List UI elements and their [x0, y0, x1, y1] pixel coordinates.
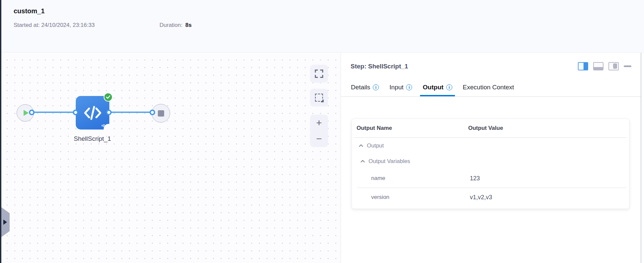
info-icon[interactable]: i: [446, 84, 452, 90]
started-at-text: Started at: 24/10/2024, 23:16:33: [14, 22, 95, 29]
step-title: Step: ShellScript_1: [351, 63, 408, 70]
step-node-shellscript[interactable]: </>: [76, 96, 109, 130]
minimize-icon[interactable]: [624, 65, 631, 67]
stop-icon: [158, 110, 164, 117]
edge-endpoint-dot: [73, 110, 78, 115]
app-root: custom_1 Started at: 24/10/2024, 23:16:3…: [0, 0, 644, 263]
tree-group-label: Output Variables: [369, 158, 410, 165]
marquee-select-icon: [315, 94, 323, 102]
mini-code-icon: </>: [101, 124, 106, 128]
column-header-output-value: Output Value: [468, 125, 503, 132]
edge-endpoint-dot: [150, 110, 155, 115]
check-icon: [106, 95, 111, 99]
duration-value: 8s: [185, 22, 192, 28]
output-name-cell: name: [352, 175, 468, 182]
marquee-select-button[interactable]: [310, 89, 328, 107]
output-value-cell: v1,v2,v3: [468, 194, 492, 201]
arrow-right-icon: [3, 219, 7, 225]
tree-group-output[interactable]: Output: [352, 138, 629, 153]
output-value-cell: 123: [468, 175, 480, 182]
layout-split-horizontal-icon[interactable]: [593, 62, 603, 70]
tab-output[interactable]: Output i: [420, 79, 455, 96]
started-at-value: 24/10/2024, 23:16:33: [41, 22, 95, 28]
step-details-panel: Step: ShellScript_1 Details i Input i Ou…: [341, 53, 641, 263]
zoom-out-button[interactable]: −: [316, 134, 322, 144]
layout-floating-panel-icon[interactable]: [608, 62, 619, 70]
expand-panel-handle[interactable]: [1, 207, 10, 237]
tab-input[interactable]: Input i: [387, 79, 415, 96]
info-icon[interactable]: i: [373, 84, 379, 90]
output-table-card: Output Name Output Value Output Output: [352, 119, 629, 209]
chevron-up-icon[interactable]: [361, 160, 365, 163]
edge-endpoint-dot: [106, 110, 112, 115]
workflow-canvas[interactable]: </> ShellScript_1 + −: [1, 53, 341, 263]
edge-step-to-end: [108, 112, 155, 113]
expand-corners-icon: [314, 69, 324, 78]
page-title: custom_1: [14, 7, 45, 15]
duration-text: Duration: 8s: [160, 22, 192, 29]
started-at-label: Started at:: [14, 22, 40, 28]
tree-group-label: Output: [367, 142, 384, 149]
play-icon: [24, 110, 29, 116]
tree-group-output-variables[interactable]: Output Variables: [352, 153, 629, 169]
duration-label: Duration:: [160, 22, 182, 28]
tab-execution-context[interactable]: Execution Context: [460, 79, 517, 96]
panel-header: Step: ShellScript_1: [341, 53, 641, 75]
zoom-controls: + −: [310, 115, 328, 147]
layout-split-vertical-icon[interactable]: [578, 62, 588, 70]
execution-header: custom_1 Started at: 24/10/2024, 23:16:3…: [1, 0, 644, 52]
panel-layout-controls: [578, 62, 631, 70]
tab-details[interactable]: Details i: [348, 79, 381, 96]
fit-to-screen-button[interactable]: [310, 65, 328, 83]
chevron-up-icon[interactable]: [359, 144, 363, 147]
step-node-label[interactable]: ShellScript_1: [59, 135, 126, 142]
output-name-cell: version: [352, 194, 468, 201]
table-row: name 123: [352, 169, 629, 188]
code-brackets-icon: [83, 103, 102, 123]
table-header-row: Output Name Output Value: [352, 119, 629, 137]
success-check-badge: [104, 93, 113, 102]
edge-endpoint-dot: [29, 110, 35, 115]
table-row: version v1,v2,v3: [352, 188, 629, 207]
edge-start-to-step: [32, 112, 77, 113]
collapsed-nav-strip: [0, 0, 1, 263]
column-header-output-name: Output Name: [352, 125, 468, 132]
zoom-in-button[interactable]: +: [316, 118, 322, 128]
tab-bar: Details i Input i Output i Execution Con…: [341, 79, 641, 97]
info-icon[interactable]: i: [406, 84, 412, 90]
